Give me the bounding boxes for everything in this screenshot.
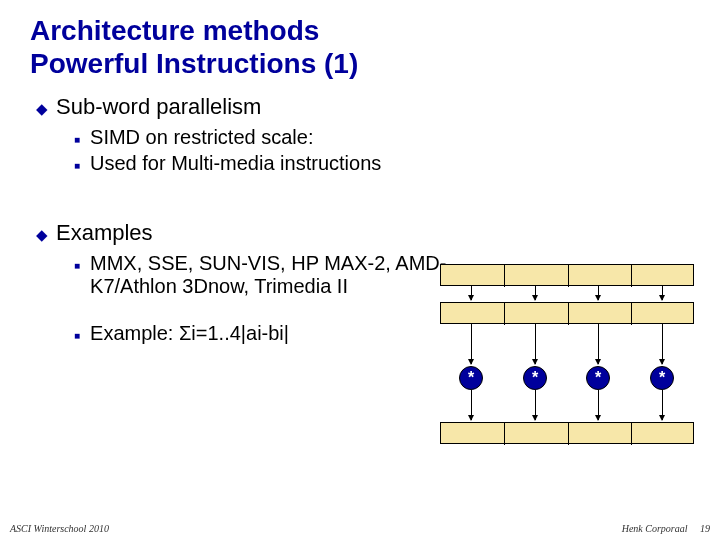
op-circle: * [650, 366, 674, 390]
slide-title: Architecture methods Powerful Instructio… [30, 14, 690, 80]
arrow-icon [535, 390, 536, 420]
arrow-icon [471, 324, 472, 364]
bullet-examples: ◆ Examples [36, 220, 690, 246]
bullet-text: Used for Multi-media instructions [90, 152, 381, 175]
arrow-icon [598, 390, 599, 420]
op-symbol: * [532, 369, 538, 387]
arrow-icon [662, 286, 663, 300]
op-circle: * [523, 366, 547, 390]
slide-footer: ASCI Winterschool 2010 Henk Corporaal 19 [0, 523, 720, 534]
bullet-text: Example: Σi=1..4|ai-bi| [90, 322, 289, 345]
square-icon: ■ [74, 160, 80, 171]
result-bar [440, 422, 694, 444]
arrow-icon [598, 286, 599, 300]
op-circle: * [586, 366, 610, 390]
arrow-icon [598, 324, 599, 364]
op-circle: * [459, 366, 483, 390]
op-symbol: * [595, 369, 601, 387]
operand-bar-b [440, 302, 694, 324]
title-line1: Architecture methods [30, 15, 319, 46]
arrow-icon [535, 286, 536, 300]
square-icon: ■ [74, 134, 80, 145]
arrow-icon [662, 390, 663, 420]
square-icon: ■ [74, 330, 80, 341]
footer-right: Henk Corporaal [622, 523, 688, 534]
op-symbol: * [659, 369, 665, 387]
bullet-text: Sub-word parallelism [56, 94, 261, 120]
bullet-subword: ◆ Sub-word parallelism [36, 94, 690, 120]
bullet-text: Examples [56, 220, 153, 246]
simd-diagram: * * * * [440, 264, 694, 464]
square-icon: ■ [74, 260, 80, 271]
arrow-icon [535, 324, 536, 364]
bullet-simd: ■ SIMD on restricted scale: [74, 126, 454, 149]
bullet-exsum: ■ Example: Σi=1..4|ai-bi| [74, 322, 454, 345]
arrow-icon [471, 286, 472, 300]
bullet-text: MMX, SSE, SUN-VIS, HP MAX-2, AMD-K7/Athl… [90, 252, 454, 298]
arrow-icon [662, 324, 663, 364]
bullet-exlist: ■ MMX, SSE, SUN-VIS, HP MAX-2, AMD-K7/At… [74, 252, 454, 298]
bullet-text: SIMD on restricted scale: [90, 126, 313, 149]
footer-left: ASCI Winterschool 2010 [10, 523, 109, 534]
page-number: 19 [700, 523, 710, 534]
diamond-icon: ◆ [36, 226, 48, 244]
bullet-multimedia: ■ Used for Multi-media instructions [74, 152, 454, 175]
operand-bar-a [440, 264, 694, 286]
arrow-icon [471, 390, 472, 420]
diamond-icon: ◆ [36, 100, 48, 118]
title-line2: Powerful Instructions (1) [30, 48, 358, 79]
op-symbol: * [468, 369, 474, 387]
